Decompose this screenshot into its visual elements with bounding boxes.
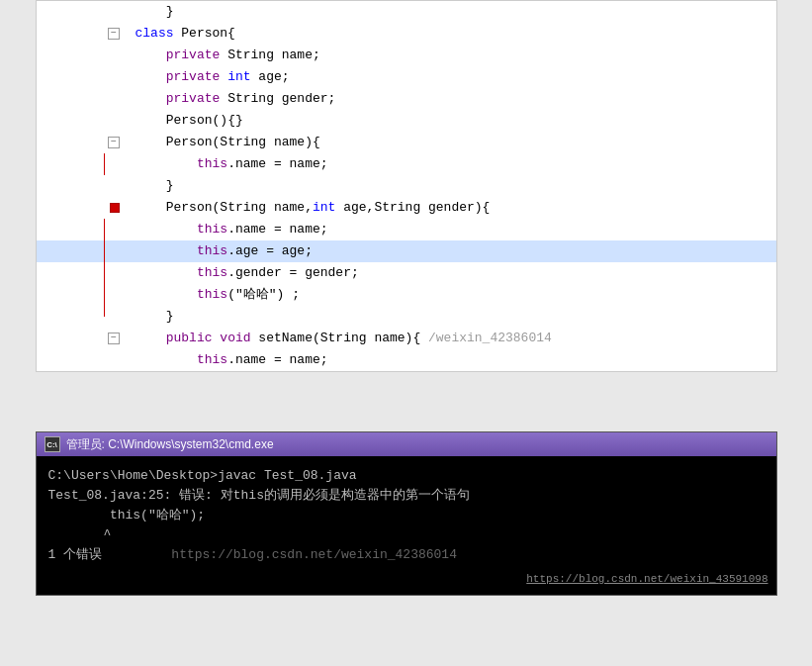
code-line: }	[37, 175, 776, 197]
code-line: }	[37, 306, 776, 328]
code-content: Person(String name){	[126, 132, 776, 153]
cmd-title-text: 管理员: C:\Windows\system32\cmd.exe	[66, 436, 274, 453]
code-line: this("哈哈") ;	[37, 284, 776, 306]
code-content: this.age = age;	[126, 240, 776, 262]
gutter: −	[37, 23, 126, 45]
code-content: }	[126, 175, 776, 197]
code-content: this.name = name;	[126, 219, 776, 240]
breakpoint-icon	[110, 203, 120, 213]
cmd-body[interactable]: C:\Users\Home\Desktop>javac Test_08.java…	[37, 456, 776, 595]
gutter	[37, 349, 126, 371]
cmd-titlebar: C:\ 管理员: C:\Windows\system32\cmd.exe	[37, 432, 776, 456]
code-line: this.name = name;	[37, 349, 776, 371]
gutter	[37, 88, 126, 110]
cmd-watermark: https://blog.csdn.net/weixin_42386014	[171, 547, 457, 562]
code-line: Person(){}	[37, 110, 776, 132]
code-content: Person(String name,int age,String gender…	[126, 197, 776, 219]
code-line: − class Person{	[37, 23, 776, 45]
code-line: private String gender;	[37, 88, 776, 110]
fold-minus-icon[interactable]: −	[108, 333, 120, 344]
code-content: private String gender;	[126, 88, 776, 110]
gutter: −	[37, 132, 126, 153]
cmd-line-3: this("哈哈");	[48, 506, 765, 525]
code-editor: } − class Person{ private String name; p…	[36, 0, 777, 372]
code-line: this.gender = gender;	[37, 262, 776, 284]
code-content: public void setName(String name){ /weixi…	[126, 328, 776, 349]
gutter	[37, 110, 126, 132]
gutter	[37, 175, 126, 197]
gutter	[37, 219, 126, 240]
gutter	[37, 1, 126, 23]
fold-minus-icon[interactable]: −	[108, 28, 120, 40]
section-gap	[0, 402, 812, 431]
cmd-bottom-watermark: https://blog.csdn.net/weixin_43591098	[526, 569, 767, 589]
cmd-line-caret: ^	[48, 525, 765, 545]
gutter	[37, 262, 126, 284]
cmd-window: C:\ 管理员: C:\Windows\system32\cmd.exe C:\…	[36, 431, 777, 596]
code-line: this.name = name;	[37, 153, 776, 175]
code-line: this.name = name;	[37, 219, 776, 240]
code-content: }	[126, 306, 776, 328]
code-content: this.gender = gender;	[126, 262, 776, 284]
code-line: }	[37, 1, 776, 23]
code-line: private String name;	[37, 45, 776, 66]
code-content: private String name;	[126, 45, 776, 66]
code-content: private int age;	[126, 66, 776, 88]
code-line: − Person(String name){	[37, 132, 776, 153]
cmd-icon: C:\	[45, 436, 60, 452]
gutter	[37, 240, 126, 262]
code-line: − public void setName(String name){ /wei…	[37, 328, 776, 349]
code-content: }	[126, 1, 776, 23]
main-container: } − class Person{ private String name; p…	[0, 0, 812, 596]
code-line: private int age;	[37, 66, 776, 88]
code-line-highlighted: this.age = age;	[37, 240, 776, 262]
gutter	[37, 284, 126, 306]
gutter	[37, 66, 126, 88]
cmd-line-1: C:\Users\Home\Desktop>javac Test_08.java	[48, 466, 765, 486]
code-content: Person(){}	[126, 110, 776, 132]
code-content: class Person{	[126, 23, 776, 45]
gutter: −	[37, 328, 126, 349]
cmd-line-2: Test_08.java:25: 错误: 对this的调用必须是构造器中的第一个…	[48, 486, 765, 506]
code-line: Person(String name,int age,String gender…	[37, 197, 776, 219]
code-content: this.name = name;	[126, 349, 776, 371]
code-content: this("哈哈") ;	[126, 284, 776, 306]
code-content: this.name = name;	[126, 153, 776, 175]
gutter	[37, 45, 126, 66]
fold-minus-icon[interactable]: −	[108, 137, 120, 148]
gutter	[37, 197, 126, 219]
cmd-line-4: 1 个错误 https://blog.csdn.net/weixin_42386…	[48, 545, 765, 565]
gutter	[37, 306, 126, 328]
gutter	[37, 153, 126, 175]
